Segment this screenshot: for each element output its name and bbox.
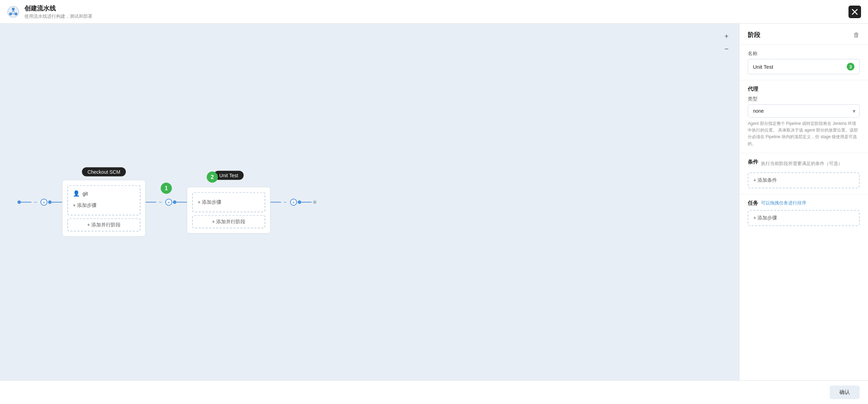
conn-plus-3[interactable]: +	[290, 199, 297, 205]
panel-conditions-sublabel: 执行当前阶段所需要满足的条件（可选）	[761, 160, 843, 167]
panel-conditions-label: 条件	[748, 159, 758, 165]
stage-number-2: 2	[207, 171, 218, 182]
panel-tasks-sublabel: 可以拖拽任务进行排序	[761, 200, 806, 206]
app-subtitle: 使用流水线进行构建，测试和部署	[24, 13, 92, 20]
step-git[interactable]: 👤 git	[73, 190, 135, 197]
panel-tasks-row: 任务 可以拖拽任务进行排序	[748, 200, 860, 207]
conn-plus-1[interactable]: +	[40, 199, 47, 205]
stage-checkout-label[interactable]: Checkout SCM	[82, 167, 126, 177]
panel-tasks-label: 任务	[748, 200, 758, 207]
conn-line-1	[21, 202, 31, 202]
pipeline-canvas: + − − + Checkout SCM 👤	[0, 24, 739, 380]
panel-type-select[interactable]: none any label docker dockerfile	[748, 104, 860, 118]
svg-point-1	[12, 8, 15, 10]
stage-number-1: 1	[161, 182, 172, 194]
logo-icon	[7, 6, 20, 18]
panel-name-section: 名称 Unit Test 3	[739, 45, 868, 80]
right-connector: − +	[271, 199, 318, 205]
panel-title: 阶段	[748, 31, 760, 39]
conn-minus-1[interactable]: −	[32, 199, 39, 205]
zoom-controls: + −	[721, 31, 732, 54]
middle-connector: − + 1	[146, 199, 187, 205]
left-connector: − +	[17, 199, 62, 205]
close-icon	[852, 9, 858, 15]
zoom-out-button[interactable]: −	[721, 43, 732, 54]
conn-line-3	[146, 202, 156, 202]
conn-dot-end	[298, 200, 301, 204]
close-button[interactable]	[848, 6, 861, 18]
step-git-label: git	[83, 190, 88, 196]
panel-conditions-row: 条件 执行当前阶段所需要满足的条件（可选）	[748, 159, 860, 169]
stage-unit-test: 2 Unit Test + 添加步骤 + 添加并行阶段	[187, 171, 271, 233]
stage-checkout-inner: 👤 git + 添加步骤	[67, 185, 140, 216]
git-icon: 👤	[73, 190, 80, 197]
conn-minus-2[interactable]: −	[157, 199, 164, 205]
stage-checkout-box: 👤 git + 添加步骤 + 添加并行阶段	[62, 180, 146, 237]
panel-type-label: 类型	[748, 96, 860, 102]
add-condition-button[interactable]: + 添加条件	[748, 172, 860, 188]
zoom-in-button[interactable]: +	[721, 31, 732, 42]
trash-icon: 🗑	[853, 31, 860, 38]
panel-type-select-wrapper: none any label docker dockerfile ▾	[748, 104, 860, 118]
stage-unit-test-inner: + 添加步骤	[192, 192, 265, 212]
add-parallel-unit-test-button[interactable]: + 添加并行阶段	[192, 215, 265, 228]
conn-line-5	[271, 202, 281, 202]
panel-name-input[interactable]: Unit Test 3	[748, 59, 860, 74]
conn-line-2	[52, 202, 62, 202]
svg-point-3	[15, 13, 17, 15]
svg-point-2	[9, 13, 12, 15]
panel-name-badge: 3	[847, 63, 854, 70]
stage-checkout: Checkout SCM 👤 git + 添加步骤 + 添加并行阶段	[62, 167, 146, 237]
stage-unit-test-label[interactable]: Unit Test	[214, 171, 244, 180]
main-area: + − − + Checkout SCM 👤	[0, 24, 868, 380]
conn-dot-2	[48, 200, 52, 204]
parallel-dot	[313, 200, 317, 204]
conn-plus-2[interactable]: +	[165, 199, 172, 205]
add-step-checkout-button[interactable]: + 添加步骤	[73, 200, 135, 211]
add-step-unit-test-button[interactable]: + 添加步骤	[198, 197, 260, 207]
app-title: 创建流水线	[24, 4, 92, 13]
panel-agent-label: 代理	[748, 86, 860, 92]
app-header: 创建流水线 使用流水线进行构建，测试和部署	[0, 0, 868, 24]
panel-agent-description: Agent 部分指定整个 Pipeline 或特定阶段将在 Jenkins 环境…	[748, 120, 860, 147]
app-footer: 确认	[0, 380, 868, 404]
add-parallel-checkout-button[interactable]: + 添加并行阶段	[67, 218, 140, 232]
panel-agent-section: 代理 类型 none any label docker dockerfile ▾…	[739, 80, 868, 153]
header-left: 创建流水线 使用流水线进行构建，测试和部署	[7, 4, 92, 20]
panel-name-label: 名称	[748, 51, 860, 57]
panel-delete-button[interactable]: 🗑	[853, 31, 860, 39]
stage-unit-test-box: + 添加步骤 + 添加并行阶段	[187, 187, 271, 233]
stage-unit-test-header: 2 Unit Test	[214, 171, 244, 183]
panel-tasks-section: 任务 可以拖拽任务进行排序 + 添加步骤	[739, 194, 868, 232]
right-panel: 阶段 🗑 名称 Unit Test 3 代理 类型 none any label	[739, 24, 868, 380]
conn-dot-start	[17, 200, 21, 204]
add-step-panel-button[interactable]: + 添加步骤	[748, 210, 860, 226]
panel-header: 阶段 🗑	[739, 24, 868, 45]
header-title-group: 创建流水线 使用流水线进行构建，测试和部署	[24, 4, 92, 20]
panel-conditions-section: 条件 执行当前阶段所需要满足的条件（可选） + 添加条件	[739, 153, 868, 194]
conn-minus-3[interactable]: −	[282, 199, 289, 205]
pipeline-area: − + Checkout SCM 👤 git + 添加步骤 + 添加并行	[17, 167, 318, 237]
conn-line-4	[176, 202, 187, 202]
panel-name-value: Unit Test	[753, 64, 773, 70]
confirm-button[interactable]: 确认	[830, 386, 860, 399]
conn-dot-3	[173, 200, 176, 204]
conn-line-6	[301, 202, 312, 202]
connector-middle: − +	[146, 199, 187, 205]
